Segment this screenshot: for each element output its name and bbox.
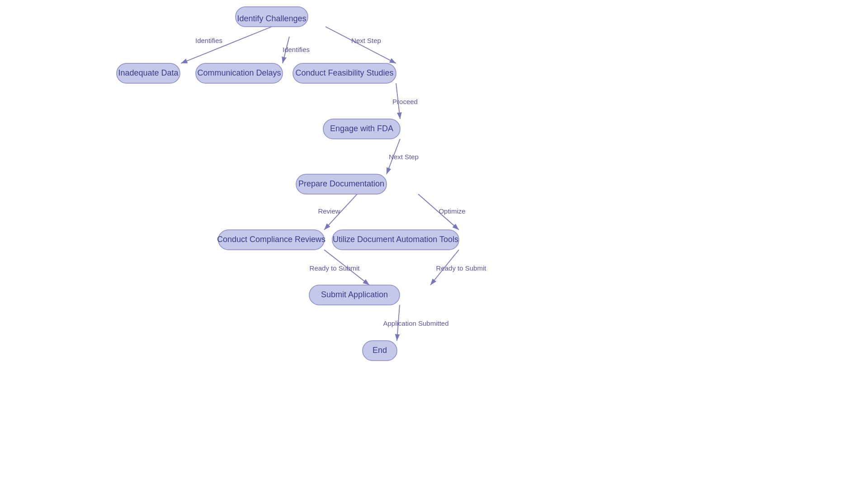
node-inadequate-data-label: Inadequate Data xyxy=(118,68,179,77)
edge-label-review: Review xyxy=(318,207,340,215)
edge-label-readysubmit2: Ready to Submit xyxy=(436,264,487,272)
node-engage-fda-label: Engage with FDA xyxy=(330,124,393,133)
node-prepare-documentation-label: Prepare Documentation xyxy=(298,179,384,188)
edge-label-optimize: Optimize xyxy=(439,207,465,215)
node-identify-challenges-label: Identify Challenges xyxy=(237,14,306,23)
edge-label-proceed: Proceed xyxy=(392,98,418,105)
edge-label-appsubmitted: Application Submitted xyxy=(383,319,448,327)
node-conduct-feasibility-label: Conduct Feasibility Studies xyxy=(295,68,393,77)
node-end-label: End xyxy=(373,346,387,355)
edge-label-nextstep1: Next Step xyxy=(351,37,381,44)
node-conduct-compliance-label: Conduct Compliance Reviews xyxy=(217,235,326,244)
edge-label-nextstep2: Next Step xyxy=(389,153,419,161)
edge-label-identifies2: Identifies xyxy=(283,46,310,53)
node-utilize-automation-label: Utilize Document Automation Tools xyxy=(333,235,458,244)
edge-label-identifies1: Identifies xyxy=(195,37,222,44)
node-communication-delays-label: Communication Delays xyxy=(197,68,281,77)
node-submit-application-label: Submit Application xyxy=(321,290,388,299)
edge-label-readysubmit1: Ready to Submit xyxy=(310,264,360,272)
